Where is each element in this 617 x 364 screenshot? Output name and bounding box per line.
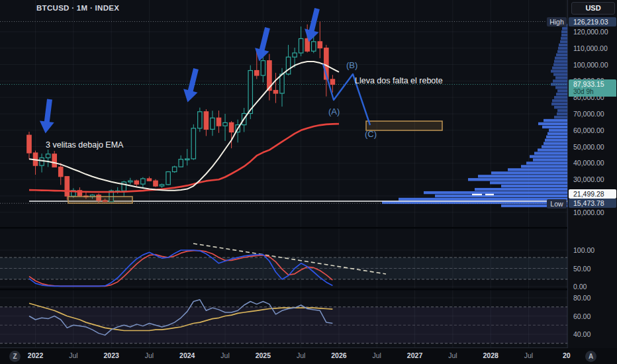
stoch-tick-label: 50.00: [573, 265, 591, 273]
candle-down: [154, 181, 158, 186]
volume-profile-bar: [557, 113, 567, 115]
volume-profile-bar: [561, 34, 567, 36]
candle-up: [128, 181, 132, 182]
volume-profile-bar: [521, 165, 567, 167]
stoch-tick-label: 0.00: [573, 283, 587, 291]
time-axis-label: Jul: [220, 351, 229, 360]
volume-profile-bar: [557, 109, 567, 112]
rsi-tick-label: 60.00: [573, 312, 591, 320]
stoch-tick-label: 100.00: [573, 246, 594, 254]
low-price-badge: 15,473.78: [569, 199, 616, 208]
target-box-drawing: [68, 197, 132, 203]
volume-profile-bar: [542, 146, 567, 148]
target-box-drawing: [366, 121, 442, 130]
rsi-tick-label: 80.00: [573, 294, 591, 302]
volume-profile-bar: [533, 158, 567, 161]
wave-label-c[interactable]: (C): [365, 129, 377, 139]
volume-profile-bar: [542, 126, 567, 128]
volume-profile-bar: [554, 60, 567, 63]
volume-profile-bar: [557, 89, 567, 92]
price-tick-label: 30,000.00: [573, 175, 604, 183]
time-axis-label: 2023: [103, 351, 119, 360]
time-axis-label: Jul: [373, 351, 381, 360]
candle-up: [293, 53, 297, 57]
volume-profile-bar: [553, 73, 567, 75]
candle-down: [318, 42, 322, 48]
volume-profile-bar: [560, 40, 567, 43]
volume-profile-bar: [468, 178, 567, 181]
wave-label-a[interactable]: (A): [328, 107, 340, 116]
price-tick-label: 120,000.00: [573, 28, 608, 36]
time-axis-label: 2025: [256, 351, 271, 360]
volume-profile-bar: [490, 181, 567, 184]
candle-up: [172, 167, 176, 171]
price-scale[interactable]: USD 120,000.00110,000.00100,000.0090,000…: [567, 0, 617, 364]
volume-profile-bar: [530, 155, 567, 158]
candle-down: [216, 118, 220, 126]
candle-up: [299, 38, 303, 53]
volume-profile-bar: [562, 27, 567, 30]
chart-canvas[interactable]: [0, 0, 617, 364]
candle-down: [134, 181, 138, 184]
volume-profile-bar: [551, 103, 567, 105]
volume-profile-bar: [556, 54, 567, 56]
currency-toggle-button[interactable]: USD: [571, 2, 615, 15]
annotation-note-left[interactable]: 3 velitas debajo EMA: [46, 140, 123, 150]
time-axis-label: 20: [563, 351, 571, 360]
volume-profile-bar: [561, 37, 567, 40]
volume-profile-bar: [475, 188, 567, 191]
volume-profile-bar: [559, 44, 567, 46]
time-axis-label: 2027: [407, 351, 422, 360]
pane-separator: [0, 227, 617, 229]
candle-down: [27, 135, 31, 153]
pane-separator: [0, 289, 617, 291]
sma-red-line: [29, 124, 339, 192]
current-price-value: 87,933.15: [573, 79, 616, 88]
candle-up: [179, 159, 183, 167]
volume-profile-bar: [544, 142, 567, 145]
low-marker-badge: Low: [547, 199, 567, 208]
volume-profile-bar: [544, 119, 567, 122]
volume-profile-bar: [538, 122, 567, 125]
annotation-note-right[interactable]: Lleva dos falta el rebote: [355, 76, 443, 85]
candle-up: [198, 112, 202, 128]
candle-down: [52, 154, 56, 167]
zoom-out-button[interactable]: Z: [9, 351, 21, 362]
volume-profile-bar: [546, 136, 567, 138]
time-axis-label: Jul: [448, 351, 457, 360]
price-tick-label: 100,000.00: [573, 61, 608, 69]
price-tick-label: 60,000.00: [573, 126, 604, 134]
high-marker-badge: High: [547, 17, 567, 26]
volume-profile-bar: [545, 139, 567, 142]
volume-profile-bar: [549, 129, 567, 132]
candle-down: [59, 167, 63, 176]
candle-up: [160, 185, 164, 186]
price-tick-label: 10,000.00: [573, 208, 604, 216]
candle-up: [185, 159, 189, 160]
candle-up: [286, 57, 290, 74]
volume-profile-bar: [555, 86, 567, 89]
time-axis[interactable]: 2022Jul2023Jul2024Jul2025Jul2026Jul2027J…: [0, 348, 617, 364]
auto-scale-button[interactable]: A: [585, 351, 596, 362]
candle-down: [147, 179, 151, 181]
candle-down: [255, 71, 259, 75]
current-price-badge: 87,933.15 30d 9h: [569, 79, 616, 97]
bar-countdown: 30d 9h: [573, 88, 616, 96]
volume-profile-bar: [555, 57, 567, 60]
down-arrow-drawing: [181, 67, 203, 104]
tradingview-chart-window: BTCUSD · 1M · INDEX 3 velitas debajo EMA…: [0, 0, 617, 364]
candle-down: [330, 79, 334, 85]
wave-label-b[interactable]: (B): [346, 60, 357, 70]
volume-profile-bar: [552, 66, 567, 69]
price-tick-label: 110,000.00: [573, 44, 608, 52]
down-arrow-drawing: [38, 99, 57, 134]
price-tick-label: 50,000.00: [573, 143, 604, 151]
volume-profile-bar: [554, 116, 567, 118]
time-axis-label: 2024: [179, 351, 195, 360]
volume-profile-bar: [551, 69, 567, 72]
volume-profile-bar: [538, 148, 567, 151]
symbol-title[interactable]: BTCUSD · 1M · INDEX: [36, 4, 119, 12]
candle-down: [65, 177, 69, 197]
volume-profile-bar: [501, 185, 567, 187]
candle-up: [191, 128, 195, 159]
